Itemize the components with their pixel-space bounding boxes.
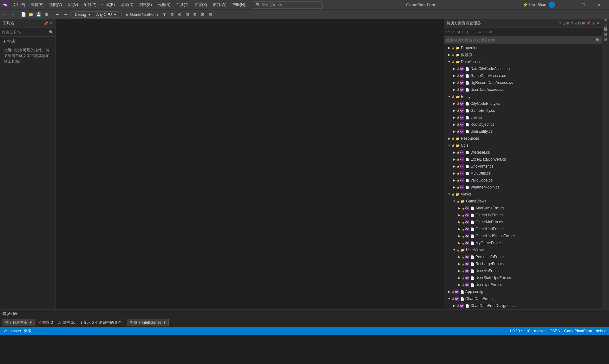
toolbar-btn-3[interactable]: ⊡	[184, 11, 191, 18]
scope-dropdown[interactable]: 整个解决方案 ▼	[3, 319, 35, 326]
undo-button[interactable]: ↩	[54, 11, 61, 18]
run-button[interactable]: ▶ GamePlantForm	[123, 12, 160, 17]
solution-pin-icon[interactable]: 📌	[586, 21, 591, 25]
tree-expand-arrow[interactable]: ▶	[452, 115, 457, 120]
menu-help[interactable]: 帮助(H)	[230, 1, 248, 9]
forward-button[interactable]: →	[9, 11, 16, 18]
tree-item[interactable]: ▶🔒C#📄UgRecordDataAccess.cs	[444, 79, 602, 86]
sol-tb-3[interactable]: ⊞	[456, 29, 461, 35]
tree-item[interactable]: ▼🔒📂Entity	[444, 93, 602, 100]
tree-item[interactable]: ▶🔒C#📄GameEntity.cs	[444, 107, 602, 114]
tree-item[interactable]: ▶🔒C#📄UserDataAccess.cs	[444, 86, 602, 93]
tree-expand-arrow[interactable]: ▶	[452, 129, 457, 134]
tree-item[interactable]: ▶🔒C#📄DataCityCodeAccess.cs	[444, 65, 602, 72]
toolbox-close-icon[interactable]: ✕	[49, 21, 53, 26]
tree-expand-arrow[interactable]: ▶	[452, 101, 457, 106]
tree-expand-arrow[interactable]: ▶	[452, 80, 457, 85]
tree-item[interactable]: ▶🔒C#📄DvReset.cs	[444, 149, 602, 156]
tree-item[interactable]: ▶🔒C#📄Live.cs	[444, 114, 602, 121]
tree-item[interactable]: ▶🔒C#📄GameMnFrm.cs	[444, 219, 602, 226]
sol-tb-7[interactable]: ≡	[483, 29, 488, 35]
tree-item[interactable]: ▶🔒C#📄MyGameFrm.cs	[444, 239, 602, 246]
tree-item[interactable]: ▶🔒C#📄UserEntity.cs	[444, 128, 602, 135]
tree-item[interactable]: ▶🔒C#📄GameListFrm.cs	[444, 212, 602, 219]
tree-expand-arrow[interactable]: ▶	[452, 171, 457, 176]
tree-item[interactable]: ▼🔒📂DataAccess	[444, 58, 602, 65]
search-box[interactable]: 🔍 搜索 (Ctrl+Q)	[253, 1, 323, 9]
tree-expand-arrow[interactable]: ▶	[447, 136, 452, 141]
tree-expand-arrow[interactable]: ▼	[447, 296, 452, 301]
tree-item[interactable]: ▶🔒C#📄UserStatuUpdFrm.cs	[444, 274, 602, 281]
tree-item[interactable]: ▼🔒📂Utils	[444, 142, 602, 149]
solution-settings-icon[interactable]: ⚙	[570, 21, 573, 25]
tree-item[interactable]: ▼🔒📂Views	[444, 191, 602, 198]
tree-item[interactable]: ▼🔒📂UserViews	[444, 246, 602, 253]
solution-toolbar3-icon[interactable]: ⊞	[582, 21, 585, 25]
tree-item[interactable]: ▶🔒📁依赖项	[444, 51, 602, 58]
tree-item[interactable]: ▶🔒📁Resources	[444, 135, 602, 142]
tree-expand-arrow[interactable]: ▼	[452, 247, 457, 252]
toolbox-pin-icon[interactable]: 📌	[43, 21, 48, 26]
live-share-label[interactable]: Live Share	[529, 3, 547, 7]
tree-expand-arrow[interactable]: ▶	[447, 52, 452, 57]
tree-item[interactable]: ▶🔒C#📄RechargeFrm.cs	[444, 260, 602, 267]
sol-tb-1[interactable]: ⟳	[445, 29, 450, 35]
tree-expand-arrow[interactable]: ▶	[452, 122, 457, 127]
tree-expand-arrow[interactable]: ▶	[452, 87, 457, 92]
solution-home-icon[interactable]: ⌂	[563, 22, 565, 25]
toolbar-btn-1[interactable]: ⊛	[169, 11, 176, 18]
open-file-button[interactable]: 📂	[28, 11, 35, 18]
tree-expand-arrow[interactable]: ▶	[452, 303, 457, 308]
solution-collapse-icon[interactable]: ▼	[592, 22, 595, 25]
tree-expand-arrow[interactable]: ▼	[447, 94, 452, 99]
tree-expand-arrow[interactable]: ▶	[457, 282, 462, 287]
toolbar-btn-2[interactable]: ⊙	[176, 11, 183, 18]
toolbar-btn-6[interactable]: ⊞	[207, 11, 214, 18]
tree-expand-arrow[interactable]: ▶	[457, 261, 462, 266]
sol-tb-4[interactable]: ⊡	[464, 29, 469, 35]
tree-expand-arrow[interactable]: ▼	[447, 143, 452, 148]
error-badge[interactable]: ✕ 错误 0	[36, 319, 55, 326]
menu-tools[interactable]: 工具(T)	[174, 1, 191, 9]
sol-tb-8[interactable]: ⊛	[488, 29, 493, 35]
tree-item[interactable]: ▶🔒C#📄MD5Utils.cs	[444, 170, 602, 177]
menu-git[interactable]: Git(G)	[65, 1, 81, 9]
tree-expand-arrow[interactable]: ▶	[452, 185, 457, 190]
menu-analyze[interactable]: 分析(N)	[155, 1, 173, 9]
warning-badge[interactable]: ⚠ 警告 10	[56, 319, 77, 326]
info-badge[interactable]: ℹ 显示 6 个消息中的 0 个	[79, 319, 124, 326]
tree-expand-arrow[interactable]: ▶	[452, 164, 457, 169]
sol-tb-6[interactable]: ⚙	[477, 29, 483, 35]
tree-expand-arrow[interactable]: ▶	[457, 240, 462, 246]
tree-expand-arrow[interactable]: ▶	[457, 275, 462, 280]
tree-expand-arrow[interactable]: ▶	[457, 233, 462, 239]
tree-item[interactable]: ▶🔒C#📄UserMnFrm.cs	[444, 267, 602, 274]
menu-test[interactable]: 测试(S)	[137, 1, 154, 9]
tree-expand-arrow[interactable]: ▶	[457, 254, 462, 259]
tree-expand-arrow[interactable]: ▼	[452, 199, 457, 204]
tree-item[interactable]: ▼🔒C#📄ChartDataFrm.cs	[444, 295, 602, 302]
solution-sync-icon[interactable]: ⟳	[559, 21, 561, 25]
vertical-tab-properties[interactable]: 属性	[603, 37, 609, 41]
tree-expand-arrow[interactable]: ▶	[447, 289, 452, 294]
toolbox-search-input[interactable]	[2, 30, 49, 35]
menu-project[interactable]: 项目(P)	[81, 1, 99, 9]
tree-expand-arrow[interactable]: ▶	[452, 66, 457, 71]
tree-item[interactable]: ▶🔒C#📄GridPrinter.cs	[444, 163, 602, 170]
solution-search-btn[interactable]: 🔍	[596, 38, 600, 42]
menu-build[interactable]: 生成(B)	[100, 1, 117, 9]
menu-edit[interactable]: 编辑(E)	[28, 1, 46, 9]
tree-expand-arrow[interactable]: ▶	[457, 220, 462, 225]
build-dropdown[interactable]: 生成 + IntelliSense ▼	[128, 319, 169, 326]
redo-button[interactable]: ↪	[62, 11, 69, 18]
back-button[interactable]: ←	[1, 11, 8, 18]
debug-dropdown[interactable]: Debug ▼	[73, 11, 93, 18]
tree-expand-arrow[interactable]: ▶	[457, 213, 462, 218]
tree-item[interactable]: ▶🔒📁Properties	[444, 44, 602, 51]
tree-item[interactable]: ▶🔒C#📄GameUpdFrm.cs	[444, 226, 602, 233]
menu-window[interactable]: 窗口(W)	[210, 1, 229, 9]
tree-expand-arrow[interactable]: ▶	[457, 206, 462, 211]
toolbox-normal-header[interactable]: ▲ 常规	[3, 38, 53, 45]
menu-debug[interactable]: 调试(D)	[118, 1, 136, 9]
solution-toolbar2-icon[interactable]: ⊡	[578, 21, 581, 25]
